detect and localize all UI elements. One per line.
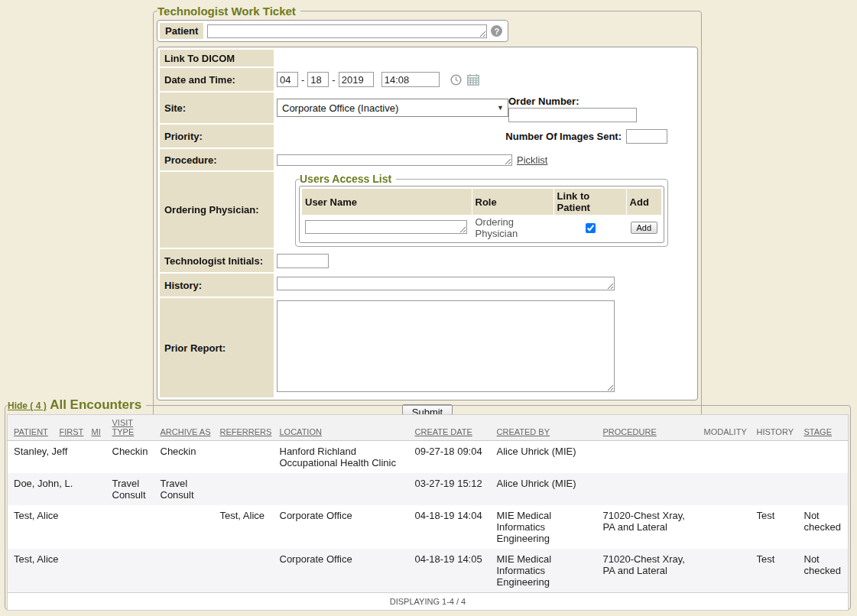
cell-modality [698,441,751,474]
column-header-created-by[interactable]: CREATED BY [491,415,597,441]
link-to-dicom-content [275,50,695,66]
cell-create-date: 09-27-18 09:04 [409,441,491,474]
work-ticket-title: Technologist Work Ticket [157,5,300,18]
page: Technologist Work Ticket Patient ? Link … [0,0,857,616]
technologist-initials-label: Technologist Initials: [160,249,274,272]
images-sent-label: Number Of Images Sent: [505,131,622,142]
cell-location: Corporate Office [274,505,409,549]
images-sent-input[interactable] [626,129,667,144]
ual-role-value: Ordering Physician [472,216,553,240]
technologist-initials-input[interactable] [277,254,329,268]
ual-header-link-to-patient: Link to Patient [554,189,626,215]
procedure-input[interactable] [277,154,512,166]
work-ticket-form: Link To DICOM Date and Time: - - [157,47,698,400]
order-number-input[interactable] [508,108,637,122]
column-header-first[interactable]: FIRST [54,415,86,441]
column-header-mi[interactable]: MI [86,415,106,441]
cell-patient: Test, Alice [8,505,106,549]
date-time-label: Date and Time: [160,68,274,91]
column-header-modality: MODALITY [698,415,751,441]
cell-archive-as [154,505,214,549]
picklist-link[interactable]: Picklist [517,154,547,166]
hide-encounters-link[interactable]: Hide ( 4 ) [8,400,47,411]
pagination-status: DISPLAYING 1-4 / 4 [8,593,849,611]
history-label: History: [160,274,274,297]
cell-procedure [597,473,698,505]
encounter-row[interactable]: Test, Alice Corporate Office 04-18-19 14… [8,549,849,593]
cell-history: Test [751,505,798,549]
order-number-block: Order Number: [508,94,640,122]
cell-referrers [214,473,274,505]
history-input[interactable] [277,277,615,290]
cell-create-date: 04-18-19 14:05 [409,549,491,593]
cell-modality [698,549,751,593]
column-header-stage[interactable]: STAGE [798,415,849,441]
encounters-title: All Encounters [50,397,141,412]
date-month-input[interactable] [277,72,298,87]
column-header-visit-type[interactable]: VISIT TYPE [106,415,154,441]
patient-input[interactable] [207,24,487,38]
column-header-procedure[interactable]: PROCEDURE [597,415,698,441]
column-header-referrers[interactable]: REFERRERS [214,415,274,441]
cell-visit-type: Travel Consult [106,473,154,505]
cell-patient: Doe, John, L. [8,473,106,505]
site-select[interactable]: Corporate Office (Inactive) ▼ [277,99,508,117]
procedure-label: Procedure: [160,149,274,170]
ordering-physician-label: Ordering Physician: [160,172,274,248]
cell-create-date: 03-27-19 15:12 [409,473,491,505]
column-header-history: HISTORY [751,415,798,441]
cell-created-by: Alice Uhrick (MIE) [491,441,597,474]
column-header-location[interactable]: LOCATION [274,415,409,441]
cell-visit-type: Checkin [106,441,154,474]
cell-modality [698,473,751,505]
pagination-row: DISPLAYING 1-4 / 4 [8,593,849,611]
date-time-inputs: - - [277,72,693,87]
order-number-label: Order Number: [508,96,579,107]
column-header-create-date[interactable]: CREATE DATE [409,415,491,441]
chevron-down-icon: ▼ [497,104,504,112]
encounter-row[interactable]: Doe, John, L. Travel Consult Travel Cons… [8,473,849,505]
encounters-header-row: PATIENT FIRST MI VISIT TYPE ARCHIVE AS R… [8,415,849,441]
calendar-icon[interactable] [467,74,479,86]
site-selected-value: Corporate Office (Inactive) [282,102,398,114]
cell-patient: Test, Alice [8,549,106,593]
users-access-list-section: Users Access List User Name Role Link to… [295,173,668,247]
time-input[interactable] [381,72,440,87]
date-day-input[interactable] [307,72,329,87]
cell-created-by: MIE Medical Informatics Engineering [491,505,597,549]
cell-history: Test [751,549,798,593]
cell-procedure: 71020-Chest Xray, PA and Lateral [597,549,698,593]
cell-procedure [597,441,698,474]
encounter-row[interactable]: Test, Alice Test, Alice Corporate Office… [8,505,849,549]
clock-icon[interactable] [450,74,462,86]
column-header-patient[interactable]: PATIENT [8,415,54,441]
cell-referrers [214,549,274,593]
cell-archive-as: Checkin [154,441,214,474]
help-icon[interactable]: ? [491,25,502,37]
user-name-input[interactable] [305,220,467,234]
ual-header-role: Role [472,189,553,215]
cell-procedure: 71020-Chest Xray, PA and Lateral [597,505,698,549]
cell-history [751,441,798,474]
ual-header-user-name: User Name [302,189,472,215]
add-user-button[interactable]: Add [631,222,658,234]
prior-report-input[interactable] [277,300,615,392]
date-year-input[interactable] [339,72,374,87]
cell-archive-as: Travel Consult [154,473,214,505]
cell-stage [798,441,849,474]
link-to-dicom-header: Link To DICOM [160,50,274,66]
patient-row: Patient ? [157,20,508,42]
work-ticket-section: Technologist Work Ticket Patient ? Link … [153,5,702,426]
cell-history [751,473,798,505]
cell-archive-as [154,549,214,593]
column-header-archive-as[interactable]: ARCHIVE AS [154,415,214,441]
users-access-list-title: Users Access List [300,173,396,185]
patient-label: Patient [160,23,203,39]
link-to-patient-checkbox[interactable] [586,223,596,233]
cell-created-by: MIE Medical Informatics Engineering [491,549,597,593]
encounters-section: Hide ( 4 ) All Encounters PATIENT FIRST … [5,397,851,610]
prior-report-label: Prior Report: [160,298,274,397]
encounter-row[interactable]: Stanley, Jeff Checkin Checkin Hanford Ri… [8,441,849,474]
cell-patient: Stanley, Jeff [8,441,106,474]
cell-stage: Not checked [798,549,849,593]
